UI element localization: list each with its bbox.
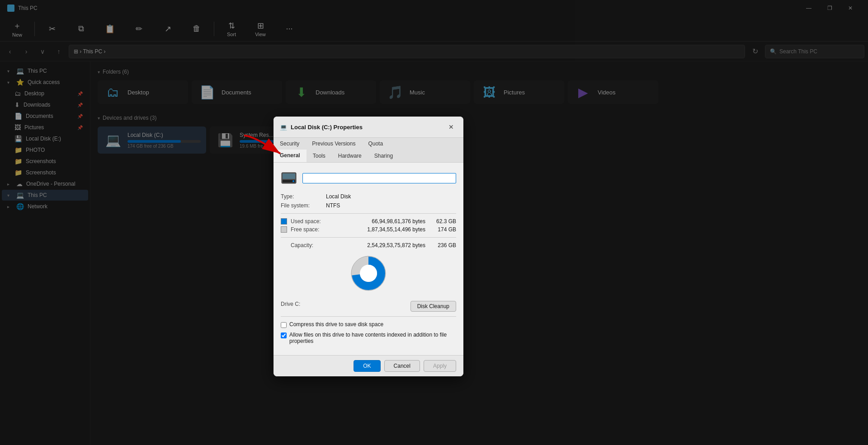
tab-quota[interactable]: Quota xyxy=(362,138,389,150)
disk-cleanup-label: Disk Cleanup xyxy=(417,303,449,309)
pie-chart-container xyxy=(281,253,456,294)
index-label: Allow files on this drive to have conten… xyxy=(289,332,456,344)
free-space-label: Free space: xyxy=(291,226,327,233)
dialog-filesystem-value: NTFS xyxy=(326,202,456,209)
dialog-divider-2 xyxy=(281,237,456,238)
dialog-title-text: Local Disk (C:) Properties xyxy=(291,124,363,131)
apply-button[interactable]: Apply xyxy=(424,360,456,372)
dialog-tabs: Security Previous Versions Quota General… xyxy=(274,138,463,163)
pie-chart xyxy=(348,253,389,294)
dialog-footer: OK Cancel Apply xyxy=(274,355,463,376)
compress-label: Compress this drive to save disk space xyxy=(289,321,383,328)
capacity-label: Capacity: xyxy=(291,242,327,248)
svg-point-7 xyxy=(360,265,377,282)
used-space-row: Used space: 66,94,98,61,376 bytes 62.3 G… xyxy=(281,218,456,225)
free-space-bytes: 1,87,34,55,14,496 bytes xyxy=(330,226,425,233)
tab-security-label: Security xyxy=(280,141,299,147)
dialog-type-value: Local Disk xyxy=(326,193,456,200)
ok-button[interactable]: OK xyxy=(354,360,380,372)
properties-dialog: 💻 Local Disk (C:) Properties ✕ Security … xyxy=(274,117,463,376)
ok-label: OK xyxy=(363,363,371,369)
disk-cleanup-button[interactable]: Disk Cleanup xyxy=(410,301,456,312)
dialog-filesystem-row: File system: NTFS xyxy=(281,202,456,209)
dialog-title-content: 💻 Local Disk (C:) Properties xyxy=(280,124,363,131)
tab-tools[interactable]: Tools xyxy=(307,150,332,162)
dialog-divider-3 xyxy=(281,316,456,317)
compress-checkbox-row: Compress this drive to save disk space xyxy=(281,321,456,328)
compress-checkbox[interactable] xyxy=(281,322,287,328)
dialog-drive-header xyxy=(281,170,456,186)
dialog-type-row: Type: Local Disk xyxy=(281,193,456,200)
tab-sharing[interactable]: Sharing xyxy=(368,150,399,162)
free-space-row: Free space: 1,87,34,55,14,496 bytes 174 … xyxy=(281,226,456,233)
dialog-overlay: 💻 Local Disk (C:) Properties ✕ Security … xyxy=(0,0,868,445)
dialog-title-bar: 💻 Local Disk (C:) Properties ✕ xyxy=(274,117,463,138)
index-checkbox-row: Allow files on this drive to have conten… xyxy=(281,332,456,344)
index-checkbox[interactable] xyxy=(281,333,287,338)
free-space-gb: 174 GB xyxy=(429,226,456,233)
dialog-filesystem-label: File system: xyxy=(281,202,326,209)
apply-label: Apply xyxy=(433,363,447,369)
used-space-color xyxy=(281,218,287,225)
tab-hardware-label: Hardware xyxy=(338,153,362,159)
disk-cleanup-row: Drive C: Disk Cleanup xyxy=(281,301,456,312)
dialog-drive-icon xyxy=(281,170,297,186)
tab-general[interactable]: General xyxy=(274,150,307,162)
svg-rect-3 xyxy=(283,173,295,179)
capacity-row: Capacity: 2,54,29,53,75,872 bytes 236 GB xyxy=(281,242,456,248)
tab-previous-versions-label: Previous Versions xyxy=(312,141,355,147)
dialog-content: Type: Local Disk File system: NTFS Used … xyxy=(274,163,463,355)
tab-security[interactable]: Security xyxy=(274,138,306,150)
capacity-bytes: 2,54,29,53,75,872 bytes xyxy=(330,242,425,248)
used-space-label: Used space: xyxy=(291,218,327,225)
dialog-drive-name-input[interactable] xyxy=(302,173,456,183)
svg-point-4 xyxy=(292,180,294,182)
tab-tools-label: Tools xyxy=(313,153,326,159)
dialog-divider-1 xyxy=(281,213,456,214)
dialog-title-icon: 💻 xyxy=(280,124,287,131)
tab-hardware[interactable]: Hardware xyxy=(332,150,368,162)
tab-general-label: General xyxy=(280,152,300,159)
cancel-button[interactable]: Cancel xyxy=(384,360,420,372)
tab-quota-label: Quota xyxy=(368,141,383,147)
dialog-close-button[interactable]: ✕ xyxy=(445,121,457,133)
cancel-label: Cancel xyxy=(394,363,410,369)
tab-previous-versions[interactable]: Previous Versions xyxy=(306,138,362,150)
used-space-bytes: 66,94,98,61,376 bytes xyxy=(330,218,425,225)
drive-c-label: Drive C: xyxy=(281,301,410,312)
dialog-type-label: Type: xyxy=(281,193,326,200)
used-space-gb: 62.3 GB xyxy=(429,218,456,225)
capacity-gb: 236 GB xyxy=(429,242,456,248)
free-space-color xyxy=(281,226,287,233)
tab-sharing-label: Sharing xyxy=(374,153,393,159)
